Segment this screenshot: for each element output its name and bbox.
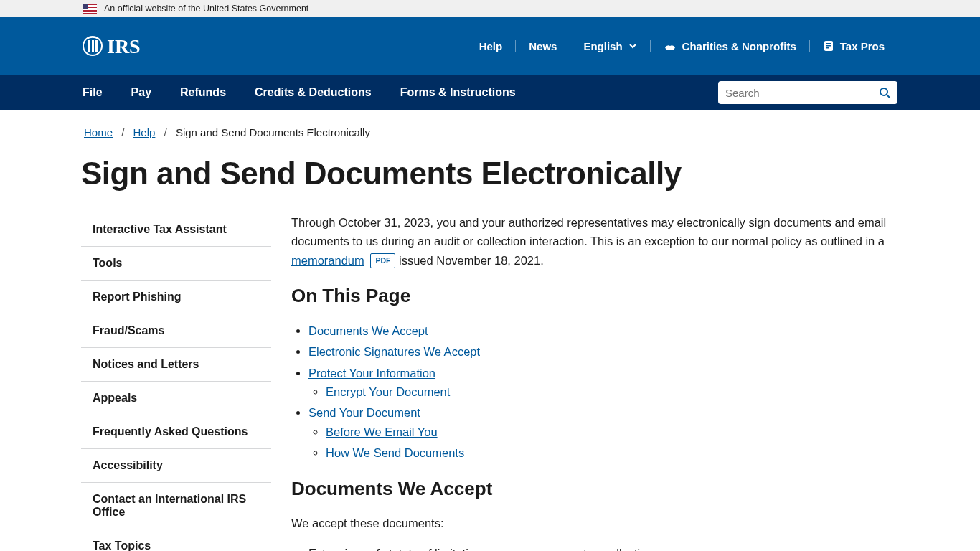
toc-send[interactable]: Send Your Document xyxy=(308,406,420,419)
breadcrumb-home[interactable]: Home xyxy=(84,126,113,138)
sidebar: Interactive Tax Assistant Tools Report P… xyxy=(81,213,271,551)
breadcrumb: Home / Help / Sign and Send Documents El… xyxy=(81,110,899,138)
chevron-down-icon xyxy=(628,42,637,50)
main-nav: File Pay Refunds Credits & Deductions Fo… xyxy=(0,75,980,110)
nav-credits[interactable]: Credits & Deductions xyxy=(255,86,372,99)
nav-forms[interactable]: Forms & Instructions xyxy=(400,86,516,99)
toc-sig-accept[interactable]: Electronic Signatures We Accept xyxy=(308,345,480,358)
svg-rect-14 xyxy=(826,43,831,44)
sidebar-item-accessibility[interactable]: Accessibility xyxy=(81,449,271,483)
sidebar-item-phishing[interactable]: Report Phishing xyxy=(81,281,271,314)
sidebar-item-appeals[interactable]: Appeals xyxy=(81,382,271,415)
on-this-page-heading: On This Page xyxy=(291,281,899,311)
docs-list: Extensions of statute of limitations on … xyxy=(308,544,899,551)
toc-how-send[interactable]: How We Send Documents xyxy=(326,446,464,459)
main-content: Through October 31, 2023, you and your a… xyxy=(291,213,899,551)
svg-rect-10 xyxy=(92,40,94,52)
nav-items: File Pay Refunds Credits & Deductions Fo… xyxy=(83,86,516,99)
hands-icon xyxy=(664,40,677,52)
svg-line-18 xyxy=(887,95,890,98)
sidebar-item-fraud[interactable]: Fraud/Scams xyxy=(81,314,271,348)
irs-logo[interactable]: IRS xyxy=(83,32,154,60)
svg-rect-11 xyxy=(95,40,98,52)
sidebar-item-international[interactable]: Contact an International IRS Office xyxy=(81,483,271,529)
pdf-badge: PDF xyxy=(370,253,395,268)
toc-list: Documents We Accept Electronic Signature… xyxy=(308,321,899,463)
docs-intro: We accept these documents: xyxy=(291,514,899,532)
header-link-charities[interactable]: Charities & Nonprofits xyxy=(650,40,809,52)
document-icon xyxy=(823,40,834,52)
memorandum-link[interactable]: memorandum xyxy=(291,254,364,267)
gov-banner-text: An official website of the United States… xyxy=(104,4,308,14)
search-box xyxy=(718,81,897,104)
docs-item: Extensions of statute of limitations on … xyxy=(308,544,899,551)
breadcrumb-current: Sign and Send Documents Electronically xyxy=(176,126,370,138)
toc-before[interactable]: Before We Email You xyxy=(326,425,438,438)
svg-text:IRS: IRS xyxy=(107,35,141,57)
breadcrumb-help[interactable]: Help xyxy=(133,126,156,138)
header-link-news[interactable]: News xyxy=(515,40,570,52)
sidebar-item-taxtopics[interactable]: Tax Topics xyxy=(81,529,271,551)
svg-rect-7 xyxy=(83,4,88,9)
gov-banner: An official website of the United States… xyxy=(0,0,980,17)
svg-rect-9 xyxy=(88,40,90,52)
svg-rect-15 xyxy=(826,45,831,47)
search-icon xyxy=(879,87,890,98)
intro-paragraph: Through October 31, 2023, you and your a… xyxy=(291,213,899,270)
header-link-taxpros[interactable]: Tax Pros xyxy=(809,40,897,52)
header-link-language[interactable]: English xyxy=(570,40,649,52)
nav-file[interactable]: File xyxy=(83,86,103,99)
us-flag-icon xyxy=(83,4,97,14)
svg-rect-5 xyxy=(83,11,97,11)
page-title: Sign and Send Documents Electronically xyxy=(81,156,899,192)
header-link-help[interactable]: Help xyxy=(466,40,516,52)
svg-point-17 xyxy=(880,88,887,95)
toc-encrypt[interactable]: Encrypt Your Document xyxy=(326,385,450,398)
svg-rect-16 xyxy=(826,47,829,49)
nav-pay[interactable]: Pay xyxy=(131,86,151,99)
toc-docs-accept[interactable]: Documents We Accept xyxy=(308,324,428,337)
sidebar-item-faq[interactable]: Frequently Asked Questions xyxy=(81,415,271,449)
docs-accept-heading: Documents We Accept xyxy=(291,474,899,504)
svg-rect-4 xyxy=(83,9,97,10)
search-input[interactable] xyxy=(718,87,872,99)
nav-refunds[interactable]: Refunds xyxy=(180,86,226,99)
sidebar-item-ita[interactable]: Interactive Tax Assistant xyxy=(81,213,271,247)
header: IRS Help News English Charities & Nonpro… xyxy=(0,17,980,75)
sidebar-item-tools[interactable]: Tools xyxy=(81,247,271,281)
svg-rect-6 xyxy=(83,12,97,13)
toc-protect[interactable]: Protect Your Information xyxy=(308,367,435,380)
header-links: Help News English Charities & Nonprofits… xyxy=(466,40,897,52)
search-button[interactable] xyxy=(872,81,897,104)
sidebar-item-notices[interactable]: Notices and Letters xyxy=(81,348,271,382)
